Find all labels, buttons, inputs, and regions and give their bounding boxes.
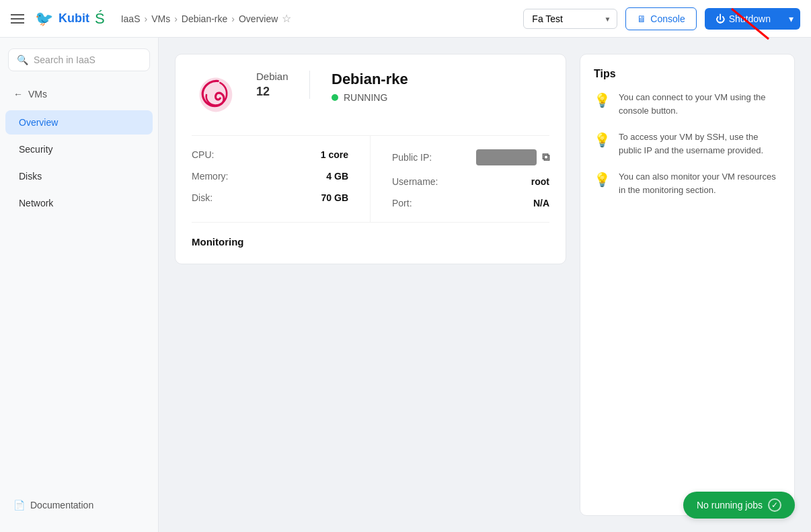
username-value: root [531,176,549,187]
sidebar-nav: Overview Security Disks Network [0,109,158,217]
port-label: Port: [392,198,412,208]
content-left: Debian 12 Debian-rke RUNNING [175,54,566,516]
back-arrow-icon: ← [13,89,23,100]
sidebar-item-security[interactable]: Security [5,137,153,161]
disk-value: 70 GB [321,192,348,203]
username-row: Username: root [392,176,549,187]
layout: 🔍 ← VMs Overview Security Disks Network … [0,38,811,532]
jobs-label: No running jobs [697,500,763,510]
username-label: Username: [392,176,438,187]
sidebar: 🔍 ← VMs Overview Security Disks Network … [0,38,159,532]
monitoring-section: Monitoring [192,222,549,248]
topbar: 🐦 Kubit Ś IaaS › VMs › Debian-rke › Over… [0,0,811,38]
cpu-row: CPU: 1 core [192,149,348,160]
public-ip-row: Public IP: ⧉ [392,149,549,165]
tip-bulb-icon-2: 💡 [594,132,611,148]
status-running-dot [332,94,338,101]
search-icon: 🔍 [17,54,28,65]
sidebar-network-label: Network [19,198,53,208]
specs-left-col: CPU: 1 core Memory: 4 GB Disk: 70 GB [192,136,371,222]
console-label: Console [650,13,685,24]
tip-text-2: To access your VM by SSH, use the public… [619,130,781,157]
tip-text-3: You can also monitor your VM resources i… [619,170,781,196]
breadcrumb-sep-1: › [144,13,147,24]
power-icon: ⏻ [716,13,725,24]
specs-grid: CPU: 1 core Memory: 4 GB Disk: 70 GB [192,135,549,222]
document-icon: 📄 [13,500,25,510]
sidebar-vms-label: VMs [28,89,47,100]
sidebar-overview-label: Overview [19,117,58,128]
logo-s-icon: Ś [95,10,105,28]
memory-label: Memory: [192,171,228,182]
vm-status: RUNNING [332,92,408,103]
monitoring-title: Monitoring [192,236,243,248]
tip-item-1: 💡 You can connect to your VM using the c… [594,91,781,117]
sidebar-item-network[interactable]: Network [5,191,153,215]
logo-area: 🐦 Kubit Ś [35,10,105,28]
shutdown-dropdown-arrow[interactable]: ▾ [782,8,800,30]
tenant-select[interactable]: Fa Test [523,9,617,29]
disk-row: Disk: 70 GB [192,192,348,203]
tip-item-2: 💡 To access your VM by SSH, use the publ… [594,130,781,157]
sidebar-security-label: Security [19,144,53,155]
memory-row: Memory: 4 GB [192,171,348,182]
console-icon: 🖥 [637,13,646,24]
breadcrumb: IaaS › VMs › Debian-rke › Overview ☆ [121,12,524,25]
tip-bulb-icon-3: 💡 [594,172,611,188]
vm-os-version: 12 [256,85,293,99]
tip-item-3: 💡 You can also monitor your VM resources… [594,170,781,196]
tips-panel: Tips 💡 You can connect to your VM using … [580,54,795,516]
memory-value: 4 GB [326,171,348,182]
sidebar-disks-label: Disks [19,171,42,182]
shutdown-button[interactable]: ⏻ Shutdown ▾ [705,8,800,30]
star-icon[interactable]: ☆ [282,12,291,25]
breadcrumb-iaas[interactable]: IaaS [121,13,141,24]
vm-main-info: Debian-rke RUNNING [326,71,408,103]
vm-os-name: Debian [256,71,293,82]
breadcrumb-vms[interactable]: VMs [151,13,170,24]
cpu-value: 1 core [321,149,348,160]
check-circle-icon: ✓ [768,498,781,512]
sidebar-item-overview[interactable]: Overview [5,110,153,135]
search-box[interactable]: 🔍 [8,48,150,71]
search-input[interactable] [34,54,141,65]
menu-toggle[interactable] [11,14,24,24]
breadcrumb-debian[interactable]: Debian-rke [182,13,227,24]
public-ip-label: Public IP: [392,152,432,163]
disk-label: Disk: [192,192,213,203]
breadcrumb-sep-3: › [231,13,235,24]
tip-text-1: You can connect to your VM using the con… [619,91,781,117]
copy-icon[interactable]: ⧉ [542,151,549,163]
ip-redacted-bar [476,149,537,165]
port-row: Port: N/A [392,198,549,208]
console-button[interactable]: 🖥 Console [625,7,696,30]
public-ip-value: ⧉ [476,149,549,165]
logo-bird-icon: 🐦 [35,10,53,28]
vm-os-info: Debian 12 [256,71,310,99]
tips-title: Tips [594,68,781,80]
tenant-selector-wrapper: Fa Test [523,9,617,29]
documentation-label: Documentation [30,500,93,510]
sidebar-documentation[interactable]: 📄 Documentation [0,489,158,521]
tip-bulb-icon-1: 💡 [594,92,611,108]
shutdown-label: Shutdown [729,13,771,24]
vm-name: Debian-rke [332,71,408,88]
main-content: Debian 12 Debian-rke RUNNING [159,38,811,532]
vm-card: Debian 12 Debian-rke RUNNING [175,54,566,264]
port-value: N/A [533,198,549,208]
content-area: Debian 12 Debian-rke RUNNING [175,54,795,516]
vm-card-header: Debian 12 Debian-rke RUNNING [192,71,549,119]
cpu-label: CPU: [192,149,214,160]
no-running-jobs-badge[interactable]: No running jobs ✓ [683,492,795,519]
sidebar-vms-back[interactable]: ← VMs [0,82,158,106]
breadcrumb-sep-2: › [174,13,178,24]
vm-logo [192,71,240,119]
debian-logo-icon [194,73,237,116]
sidebar-item-disks[interactable]: Disks [5,164,153,188]
shutdown-main[interactable]: ⏻ Shutdown [705,8,781,30]
status-text: RUNNING [344,92,387,103]
breadcrumb-overview[interactable]: Overview [239,13,278,24]
specs-right-col: Public IP: ⧉ Username: root [371,136,549,222]
topbar-right: Fa Test 🖥 Console ⏻ Shutdown ▾ [523,7,800,30]
app-name: Kubit [59,11,89,26]
